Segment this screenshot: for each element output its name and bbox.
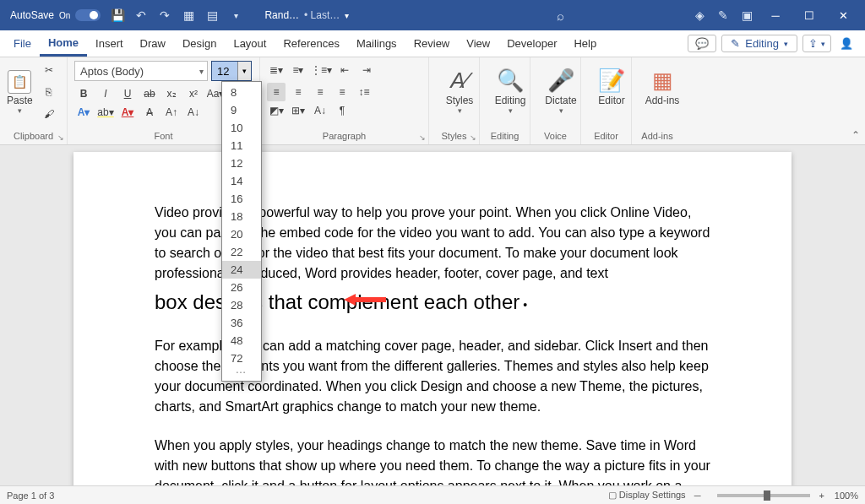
numbering-button[interactable]: ≡▾ [289, 61, 307, 79]
page-indicator[interactable]: Page 1 of 3 [7, 490, 54, 501]
zoom-slider[interactable] [717, 494, 810, 497]
tab-draw[interactable]: Draw [132, 30, 174, 57]
dictate-button[interactable]: 🎤 Dictate ▾ [537, 61, 585, 115]
font-size-option[interactable]: 16 [222, 190, 261, 208]
grow-font-button[interactable]: A↑ [162, 103, 181, 122]
strikethrough-button[interactable]: ab [140, 84, 159, 103]
borders-button[interactable]: ⊞▾ [289, 101, 307, 120]
bold-button[interactable]: B [74, 84, 93, 103]
qat-icon-1[interactable]: ▦ [179, 6, 198, 24]
copy-button[interactable]: ⎘ [40, 83, 58, 101]
clear-formatting-button[interactable]: A̶ [140, 103, 159, 122]
align-right-button[interactable]: ≡ [311, 83, 329, 101]
tab-insert[interactable]: Insert [87, 30, 132, 57]
document-area[interactable]: Video provides a powerful way to help yo… [0, 145, 865, 485]
tab-home[interactable]: Home [40, 30, 87, 57]
line-spacing-button[interactable]: ↕≡ [355, 83, 373, 101]
save-icon[interactable]: 💾 [108, 6, 127, 24]
increase-indent-button[interactable]: ⇥ [357, 61, 376, 79]
text-effects-button[interactable]: A▾ [74, 103, 93, 122]
ribbon: 📋 Paste ▾ ✂ ⎘ 🖌 Clipboard ↘ Aptos (Body)… [0, 57, 865, 145]
highlight-button[interactable]: ab▾ [96, 103, 115, 122]
redo-icon[interactable]: ↷ [155, 6, 174, 24]
document-page[interactable]: Video provides a powerful way to help yo… [73, 152, 792, 485]
show-hide-button[interactable]: ¶ [333, 101, 351, 120]
tab-layout[interactable]: Layout [225, 30, 275, 57]
tab-developer[interactable]: Developer [498, 30, 565, 57]
font-size-option[interactable]: 48 [222, 332, 261, 350]
font-size-dropdown[interactable]: 891011121416182022242628364872… [221, 81, 262, 382]
dialog-launcher-icon[interactable]: ↘ [419, 133, 426, 142]
italic-button[interactable]: I [96, 84, 115, 103]
paste-button[interactable]: 📋 Paste ▾ [7, 70, 33, 115]
superscript-button[interactable]: x² [184, 84, 203, 103]
shrink-font-button[interactable]: A↓ [184, 103, 203, 122]
undo-icon[interactable]: ↶ [132, 6, 150, 24]
document-title[interactable]: Rand… • Last… ▾ [264, 9, 349, 21]
tab-mailings[interactable]: Mailings [348, 30, 405, 57]
underline-button[interactable]: U [118, 84, 137, 103]
editor-button[interactable]: 📝 Editor [588, 61, 635, 106]
shading-button[interactable]: ◩▾ [267, 101, 286, 120]
font-size-combo[interactable]: 12 ▾ [211, 61, 252, 81]
maximize-button[interactable]: ☐ [792, 0, 826, 30]
sort-button[interactable]: A↓ [311, 101, 329, 120]
multilevel-button[interactable]: ⋮≡▾ [311, 61, 332, 79]
bullets-button[interactable]: ≣▾ [267, 61, 286, 79]
tab-review[interactable]: Review [405, 30, 459, 57]
addins-button[interactable]: ▦ Add-ins [639, 61, 686, 106]
close-button[interactable]: ✕ [826, 0, 860, 30]
window-mode-icon[interactable]: ▣ [737, 6, 756, 24]
font-name-combo[interactable]: Aptos (Body) [74, 61, 208, 81]
styles-button[interactable]: A⁄ Styles ▾ [436, 61, 483, 115]
cut-button[interactable]: ✂ [40, 61, 58, 79]
minimize-button[interactable]: ─ [759, 0, 792, 30]
tab-references[interactable]: References [275, 30, 347, 57]
font-size-option[interactable]: 28 [222, 296, 261, 314]
collapse-ribbon-icon[interactable]: ⌃ [851, 129, 860, 141]
autosave-toggle[interactable]: AutoSave On [5, 9, 106, 21]
subscript-button[interactable]: x₂ [162, 84, 181, 103]
qat-customize-icon[interactable]: ▾ [226, 6, 245, 24]
font-size-option[interactable]: 11 [222, 137, 261, 154]
search-icon[interactable]: ⌕ [551, 6, 569, 24]
font-size-option[interactable]: 36 [222, 314, 261, 332]
font-size-option[interactable]: 14 [222, 172, 261, 190]
font-size-option[interactable]: 20 [222, 225, 261, 243]
justify-button[interactable]: ≡ [333, 83, 351, 101]
font-size-option[interactable]: 26 [222, 279, 261, 296]
format-painter-button[interactable]: 🖌 [40, 105, 58, 123]
more-sizes-icon[interactable]: … [222, 367, 261, 376]
font-size-option[interactable]: 9 [222, 101, 261, 119]
chevron-down-icon[interactable]: ▾ [237, 62, 251, 80]
dialog-launcher-icon[interactable]: ↘ [470, 133, 476, 142]
zoom-percent[interactable]: 100% [835, 490, 858, 501]
qat-icon-2[interactable]: ▤ [203, 6, 221, 24]
diamond-icon[interactable]: ◈ [690, 6, 709, 24]
share-button[interactable]: ⇪▾ [802, 35, 831, 52]
tab-design[interactable]: Design [174, 30, 225, 57]
editing-button[interactable]: 🔍 Editing ▾ [487, 61, 534, 115]
person-add-icon[interactable]: 👤 [836, 34, 857, 54]
slider-thumb-icon[interactable] [764, 490, 770, 501]
dialog-launcher-icon[interactable]: ↘ [57, 133, 64, 142]
font-size-option[interactable]: 18 [222, 208, 261, 225]
editing-mode-button[interactable]: ✎ Editing ▾ [721, 35, 797, 52]
font-color-button[interactable]: A▾ [118, 103, 137, 122]
font-size-option[interactable]: 22 [222, 243, 261, 261]
font-size-option[interactable]: 24 [222, 261, 261, 279]
group-label: Add-ins [639, 131, 676, 143]
wand-icon[interactable]: ✎ [714, 6, 732, 24]
decrease-indent-button[interactable]: ⇤ [335, 61, 354, 79]
font-size-option[interactable]: 10 [222, 119, 261, 137]
display-settings-button[interactable]: ▢ Display Settings [608, 490, 686, 501]
align-center-button[interactable]: ≡ [289, 83, 307, 101]
tab-file[interactable]: File [5, 30, 40, 57]
tab-view[interactable]: View [458, 30, 498, 57]
tab-help[interactable]: Help [565, 30, 605, 57]
font-size-option[interactable]: 8 [222, 84, 261, 101]
comments-button[interactable]: 💬 [688, 35, 716, 52]
paste-label: Paste [7, 95, 33, 106]
font-size-option[interactable]: 12 [222, 154, 261, 172]
align-left-button[interactable]: ≡ [267, 83, 286, 101]
